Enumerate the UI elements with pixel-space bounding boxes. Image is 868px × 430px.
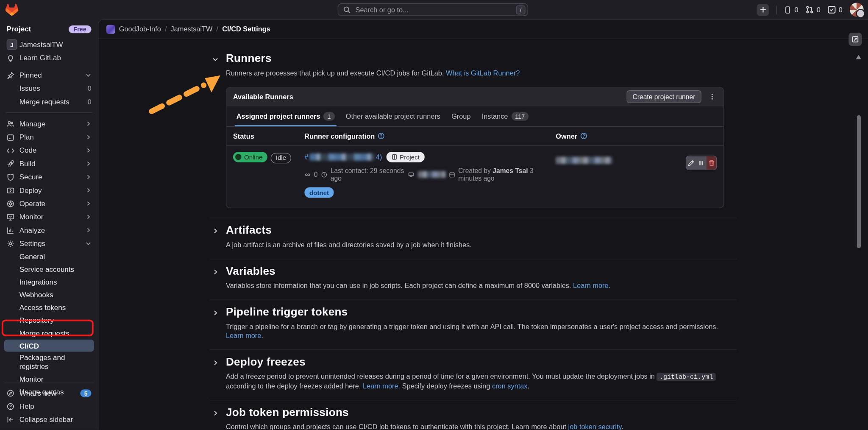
job-token-security-link[interactable]: job token security — [568, 423, 622, 430]
sidebar-item-label: Build — [19, 159, 85, 168]
description-text: Control which groups and projects can us… — [226, 423, 566, 430]
sidebar-item-label: Monitor — [19, 375, 44, 383]
runner-jobs-count[interactable]: 0 — [314, 170, 318, 178]
status-idle-badge[interactable]: Idle — [271, 153, 291, 163]
tab-count-badge: 1 — [323, 112, 334, 121]
sidebar-item-secure[interactable]: Secure — [4, 170, 94, 183]
sidebar-item-settings-merge-requests[interactable]: Merge requests — [4, 327, 94, 339]
sidebar-item-settings[interactable]: Settings — [4, 237, 94, 250]
chevron-right-icon — [85, 147, 91, 153]
global-search[interactable]: / — [338, 3, 528, 16]
sidebar-item-analyze[interactable]: Analyze — [4, 224, 94, 237]
sidebar-item-monitor[interactable]: Monitor — [4, 210, 94, 223]
description-text: A job artifact is an archive of files an… — [226, 241, 472, 249]
sidebar-item-project[interactable]: J JamestsaiTW — [4, 38, 94, 51]
sidebar-item-operate[interactable]: Operate — [4, 197, 94, 210]
sidebar-item-repository[interactable]: Repository — [4, 314, 94, 327]
card-title: Available Runners — [233, 93, 293, 101]
expand-section-icon[interactable] — [212, 228, 219, 235]
sidebar-item-learn-gitlab[interactable]: Learn GitLab — [4, 51, 94, 64]
help-question-icon[interactable] — [378, 132, 385, 140]
sidebar-item-issues[interactable]: Issues 0 — [4, 82, 94, 95]
deploy-icon — [7, 187, 14, 194]
cron-syntax-link[interactable]: cron syntax — [492, 382, 527, 390]
sidebar-item-help[interactable]: Help — [4, 400, 94, 413]
sidebar-item-deploy[interactable]: Deploy — [4, 184, 94, 197]
kebab-menu-icon[interactable] — [707, 90, 717, 103]
issues-count: 0 — [794, 6, 798, 14]
learn-more-link[interactable]: Learn more. — [363, 382, 400, 390]
expand-section-icon[interactable] — [212, 268, 219, 275]
todos-counter[interactable]: 0 — [828, 6, 843, 14]
sidebar-item-access-tokens[interactable]: Access tokens — [4, 302, 94, 314]
runner-tag-badge[interactable]: dotnet — [304, 187, 334, 198]
create-new-button[interactable] — [757, 3, 769, 16]
sidebar-item-code[interactable]: Code — [4, 144, 94, 157]
tab-assigned-project-runners[interactable]: Assigned project runners 1 — [231, 106, 340, 126]
sidebar-item-label: Monitor — [19, 213, 85, 221]
pause-runner-button[interactable] — [696, 156, 707, 169]
runner-status-cell: Online Idle — [233, 152, 304, 163]
plan-badge[interactable]: Free — [69, 25, 92, 33]
expand-section-icon[interactable] — [212, 410, 219, 417]
what-is-gitlab-runner-link[interactable]: What is GitLab Runner? — [446, 69, 520, 77]
user-avatar[interactable] — [850, 3, 864, 17]
chevron-down-icon — [85, 72, 91, 78]
delete-runner-button[interactable] — [707, 156, 716, 169]
expand-section-icon[interactable] — [212, 310, 219, 316]
status-online-badge[interactable]: Online — [233, 152, 267, 162]
calendar-small-icon — [449, 171, 455, 178]
screenshot-extension-icon[interactable] — [849, 33, 862, 46]
section-title: Pipeline trigger tokens — [226, 306, 737, 318]
chevron-right-icon — [85, 227, 91, 233]
host-icon — [408, 171, 415, 178]
tab-other-available-project-runners[interactable]: Other available project runners — [340, 106, 446, 126]
sidebar-item-label: Packages and registries — [19, 353, 81, 371]
gitlab-logo-icon[interactable] — [6, 3, 18, 16]
help-question-icon[interactable] — [580, 132, 587, 140]
learn-more-link[interactable]: Learn more. — [573, 282, 610, 290]
sidebar-item-manage[interactable]: Manage — [4, 117, 94, 130]
runner-id-suffix: 4) — [376, 153, 382, 161]
breadcrumb-project[interactable]: JamestsaiTW — [171, 25, 213, 33]
tab-label: Instance — [482, 112, 508, 120]
sidebar-item-pinned[interactable]: Pinned — [4, 69, 94, 81]
tab-instance[interactable]: Instance 117 — [476, 106, 534, 126]
section-description: Trigger a pipeline for a branch or tag b… — [226, 322, 737, 340]
breadcrumb-group[interactable]: GoodJob-Info — [119, 25, 161, 33]
sidebar-item-label: Learn GitLab — [19, 54, 92, 62]
scrollbar-thumb[interactable] — [857, 115, 861, 248]
learn-more-link[interactable]: Learn more. — [226, 332, 263, 339]
pin-icon — [7, 71, 14, 79]
expand-section-icon[interactable] — [212, 360, 219, 366]
runner-id-link[interactable]: # 4) Project — [304, 152, 556, 162]
sidebar-item-service-accounts[interactable]: Service accounts — [4, 263, 94, 275]
search-input[interactable] — [354, 5, 512, 14]
create-project-runner-button[interactable]: Create project runner — [626, 90, 701, 103]
sidebar-item-cicd[interactable]: CI/CD — [4, 340, 94, 352]
search-shortcut-key: / — [516, 5, 525, 14]
collapse-section-icon[interactable] — [212, 56, 219, 63]
sidebar-item-packages-registries[interactable]: Packages and registries — [4, 352, 94, 372]
breadcrumb: GoodJob-Info / JamestsaiTW / CI/CD Setti… — [98, 20, 868, 39]
breadcrumb-current: CI/CD Settings — [222, 25, 270, 33]
sidebar-item-whats-new[interactable]: What's new 5 — [4, 387, 94, 399]
edit-runner-button[interactable] — [687, 156, 697, 169]
sidebar-item-build[interactable]: Build — [4, 157, 94, 170]
tab-group[interactable]: Group — [446, 106, 476, 126]
sidebar-item-webhooks[interactable]: Webhooks — [4, 288, 94, 301]
sidebar-project-name: JamestsaiTW — [19, 40, 92, 49]
breadcrumb-separator: / — [217, 25, 219, 33]
monitor-icon — [7, 213, 14, 221]
merge-requests-counter[interactable]: 0 — [806, 6, 821, 14]
scrollbar-up-arrow[interactable] — [856, 55, 861, 59]
runner-author[interactable]: James Tsai — [492, 167, 528, 174]
sidebar-item-general[interactable]: General — [4, 250, 94, 262]
issues-counter[interactable]: 0 — [784, 6, 798, 14]
column-owner: Owner — [556, 132, 686, 140]
search-icon — [343, 6, 351, 13]
sidebar-item-merge-requests[interactable]: Merge requests 0 — [4, 95, 94, 108]
sidebar-item-collapse[interactable]: Collapse sidebar — [4, 413, 94, 426]
sidebar-item-plan[interactable]: Plan — [4, 131, 94, 143]
sidebar-item-integrations[interactable]: Integrations — [4, 276, 94, 288]
